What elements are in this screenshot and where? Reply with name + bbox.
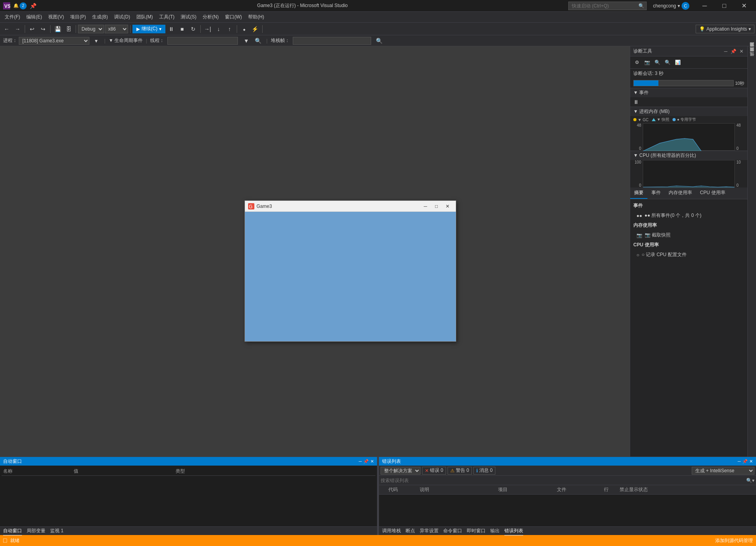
breakpoints-button[interactable]: ⬥ [239,24,249,34]
bottom-tab-exceptions[interactable]: 异常设置 [420,527,439,535]
auto-col-name: 名称 [3,468,74,475]
tab-memory-usage[interactable]: 内存使用率 [665,187,696,199]
warning-badge[interactable]: ⚠ 警告 0 [448,467,472,475]
error-search-input[interactable] [381,478,746,483]
auto-float-btn[interactable]: 📌 [363,459,369,464]
message-badge[interactable]: ℹ 消息 0 [473,467,495,475]
summary-events-item[interactable]: ●● ●● 所有事件(0 个，共 0 个) [630,211,747,220]
debug-config-dropdown[interactable]: Debug [78,25,104,33]
auto-close-btn[interactable]: ✕ [370,459,374,464]
error-close-btn[interactable]: ✕ [749,459,753,464]
diag-pin-button[interactable]: ─ [723,49,728,54]
memory-chart-row: 48 0 48 0 [633,123,744,151]
cpu-header[interactable]: ▼ CPU (所有处理器的百分比) [630,151,747,160]
thread-filter-btn[interactable]: ▼ [241,36,251,46]
error-float-btn[interactable]: 📌 [742,459,748,464]
summary-events-title: 事件 [630,201,747,211]
error-pin-btn[interactable]: ─ [738,459,741,464]
process-select[interactable]: [11808] Game3.exe [19,37,89,45]
menu-file[interactable]: 文件(F) [2,12,23,23]
diag-chart-btn[interactable]: 📊 [673,58,682,67]
step-into-button[interactable]: ↓ [214,24,224,34]
menu-window[interactable]: 窗口(W) [222,12,245,23]
menu-project[interactable]: 项目(P) [67,12,89,23]
diag-float-button[interactable]: 📌 [730,49,737,54]
menu-build[interactable]: 生成(B) [89,12,111,23]
save-all-button[interactable]: 🗄 [63,24,74,34]
game-window[interactable]: G Game3 ─ □ ✕ [245,200,456,342]
bottom-tab-immediate[interactable]: 即时窗口 [467,527,486,535]
timeline-bar [633,80,734,86]
bottom-tab-breakpoints[interactable]: 断点 [406,527,415,535]
menu-view[interactable]: 视图(V) [45,12,67,23]
bottom-tab-errorlist[interactable]: 错误列表 [504,527,523,535]
pause-button[interactable]: ⏸ [166,24,176,34]
diag-search-btn[interactable]: 🔍 [653,58,662,67]
undo-button[interactable]: ↩ [27,24,37,34]
menu-analyze[interactable]: 分析(N) [199,12,222,23]
save-button[interactable]: 💾 [53,24,63,34]
bottom-tab-callstack[interactable]: 调用堆栈 [382,527,401,535]
perf-button[interactable]: ⚡ [250,24,260,34]
tab-events[interactable]: 事件 [647,187,665,199]
game-close-button[interactable]: ✕ [442,202,453,210]
application-insights-button[interactable]: 💡 Application Insights ▾ [696,25,754,33]
game-minimize-button[interactable]: ─ [421,202,431,210]
timeline-fill [634,80,658,86]
error-badge[interactable]: ✕ 错误 0 [422,467,446,475]
menu-edit[interactable]: 编辑(E) [23,12,45,23]
pin-icon[interactable]: 📌 [30,3,36,9]
redo-button[interactable]: ↪ [38,24,48,34]
platform-dropdown[interactable]: x86 [105,25,128,33]
stack-search-btn[interactable]: 🔍 [374,36,384,46]
game-maximize-button[interactable]: □ [431,202,442,210]
build-filter-dropdown[interactable]: 生成 + IntelliSense [692,467,754,475]
error-filter-dropdown[interactable]: 整个解决方案 [381,467,421,475]
back-button[interactable]: ← [2,24,12,34]
minimize-button[interactable]: ─ [696,0,714,12]
bottom-tab-auto[interactable]: 自动窗口 [3,527,22,535]
memory-chart-area: 48 0 48 0 [630,123,747,151]
thread-search-btn[interactable]: 🔍 [253,36,263,46]
restart-button[interactable]: ↻ [188,24,198,34]
error-list: 错误列表 ─ 📌 ✕ 整个解决方案 ✕ 错误 0 ⚠ 警告 0 ℹ 消息 0 [379,457,756,535]
bottom-tab-output[interactable]: 输出 [490,527,500,535]
menu-tools[interactable]: 工具(T) [156,12,178,23]
bottom-tab-locals[interactable]: 局部变量 [27,527,45,535]
tab-cpu-usage[interactable]: CPU 使用率 [696,187,729,199]
process-dropdown-btn[interactable]: ▾ [91,36,101,46]
diag-settings-btn[interactable]: ⚙ [633,58,641,67]
close-button[interactable]: ✕ [735,0,753,12]
error-col-file-header: 文件 [557,486,604,493]
quick-launch-input[interactable] [568,2,647,10]
status-source-control[interactable]: 添加到源代码管理 [715,537,753,544]
menu-debug[interactable]: 调试(D) [111,12,133,23]
error-col-project-header: 项目 [498,486,557,493]
step-out-button[interactable]: ↑ [225,24,235,34]
maximize-button[interactable]: □ [715,0,733,12]
memory-header[interactable]: ▼ 进程内存 (MB) [630,107,747,116]
step-over-button[interactable]: →| [203,24,213,34]
auto-pin-btn[interactable]: ─ [359,459,362,464]
diag-filter-btn[interactable]: 🔍 [663,58,672,67]
summary-memory-item[interactable]: 📷 📷 截取快照 [630,230,747,240]
stop-button[interactable]: ■ [177,24,187,34]
menu-help[interactable]: 帮助(H) [245,12,267,23]
process-label: 进程： [3,37,17,44]
events-item-label: ●● 所有事件(0 个，共 0 个) [645,212,702,219]
auto-window-resizer[interactable] [754,0,756,546]
diag-close-button[interactable]: ✕ [739,49,744,54]
forward-button[interactable]: → [13,24,23,34]
bottom-tab-command[interactable]: 命令窗口 [443,527,462,535]
tab-summary[interactable]: 摘要 [630,187,647,199]
menu-team[interactable]: 团队(M) [133,12,156,23]
continue-button[interactable]: ▶ 继续(C) ▾ [132,25,165,33]
events-header[interactable]: ▼ 事件 [630,88,747,97]
cpu-section: ▼ CPU (所有处理器的百分比) 100 0 [630,151,747,187]
menu-test[interactable]: 测试(S) [178,12,199,23]
bottom-tab-watch[interactable]: 监视 1 [50,527,63,535]
summary-cpu-item[interactable]: ○ ○ 记录 CPU 配置文件 [630,250,747,260]
diag-snapshot-btn[interactable]: 📷 [643,58,651,67]
editor-area: G Game3 ─ □ ✕ [0,46,630,457]
error-list-titlebar: 错误列表 ─ 📌 ✕ [379,457,756,466]
